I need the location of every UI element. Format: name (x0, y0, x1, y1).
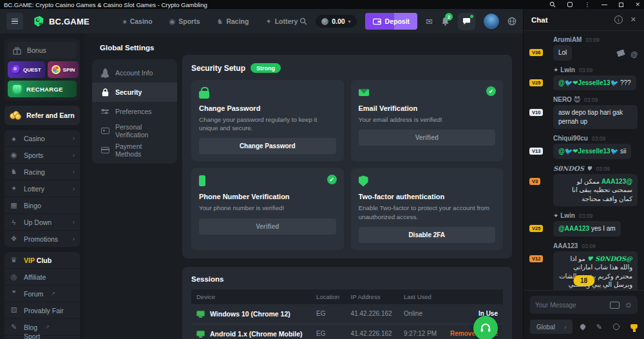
minimize-button[interactable] (601, 5, 607, 5)
settings-item-preferences[interactable]: Preferences (92, 102, 177, 121)
vip-level-badge: V3 (529, 178, 540, 185)
spin-button[interactable]: SPIN (48, 61, 79, 78)
mention[interactable]: @AAA123 (601, 178, 632, 185)
device-icon (196, 331, 205, 336)
menu-dots-icon[interactable]: ⋮ (584, 1, 590, 8)
nav-casino[interactable]: ♠Casino (123, 17, 153, 25)
chat-message: V10 NERO 😈03:09 asw depo tiap hari gak p… (530, 96, 638, 129)
security-setup-panel: Security Setup Strong Change Password Ch… (182, 55, 512, 258)
phone-verified-button[interactable]: Verified (199, 218, 336, 235)
timestamp: 03:09 (596, 166, 609, 172)
username[interactable]: ArumiAM (553, 36, 582, 43)
col-last-used: Last Used (399, 289, 443, 304)
chat-message: V25 ✦ Lwin03:09 @AAA123 yes I am (530, 212, 638, 237)
sidebar-item-sport-betting-insights[interactable]: Sport Betting Insig...↗ (5, 336, 80, 339)
quest-icon (12, 65, 21, 74)
shield-icon (359, 175, 368, 186)
nav-racing[interactable]: ♞Racing (217, 17, 249, 26)
trophy-icon[interactable] (630, 324, 638, 329)
brand-logo[interactable]: BC.GAME (32, 15, 90, 28)
sidebar-item-affiliate[interactable]: ◎Affiliate (5, 269, 80, 285)
pencil-icon[interactable]: ✎ (596, 323, 602, 331)
sidebar-item-provably-fair[interactable]: ⚄Provably Fair (5, 302, 80, 318)
rain-drop-icon[interactable] (579, 323, 586, 330)
restore-button[interactable] (619, 3, 623, 7)
wallet-balance[interactable]: 0.00 ▾ (316, 15, 356, 28)
nav-sports[interactable]: ◉Sports (169, 17, 200, 26)
search-icon[interactable] (549, 1, 556, 8)
sidebar-item-sports[interactable]: ◉Sports› (5, 147, 80, 163)
sidebar-item-bingo[interactable]: ▦Bingo (5, 197, 80, 213)
timestamp: 03:09 (582, 243, 595, 249)
support-button[interactable] (473, 316, 498, 339)
settings-item-payment-methods[interactable]: Payment Methods (92, 140, 177, 160)
timestamp: 03:09 (584, 97, 598, 103)
sidebar-item-forum[interactable]: ❞Forum↗ (5, 286, 80, 302)
username[interactable]: ✦ Lwin (553, 212, 575, 219)
affiliate-icon: ◎ (10, 273, 18, 281)
change-password-button[interactable]: Change Password (199, 138, 336, 154)
sports-icon: ◉ (169, 17, 176, 26)
messages-icon[interactable]: ✉ (426, 17, 433, 26)
user-avatar[interactable] (484, 14, 499, 29)
sidebar-item-bonus[interactable]: Bonus (8, 42, 77, 59)
chat-message: V3 S0NDOS ♥03:09 @AAA123 ممكن لو سمحتى ت… (530, 165, 638, 207)
casino-icon: ♠ (123, 17, 127, 25)
sidebar-item-lottery[interactable]: ✦Lottery› (5, 180, 80, 197)
close-window-button[interactable]: ✕ (635, 1, 640, 8)
settings-item-security[interactable]: Security (92, 82, 177, 102)
vip-level-badge: V10 (529, 109, 543, 116)
ticket-icon[interactable] (616, 49, 625, 57)
lottery-icon: ✦ (10, 184, 18, 193)
nav-lottery[interactable]: ✦Lottery (265, 17, 298, 26)
username[interactable]: Chiqui90cu (553, 135, 588, 142)
quest-button[interactable]: QUEST (8, 61, 45, 78)
sidebar-item-vip-club[interactable]: ♛VIP Club (5, 252, 80, 268)
notifications-bell-icon[interactable]: 2 (441, 17, 450, 26)
language-globe-icon[interactable] (507, 17, 516, 26)
extension-icon[interactable] (567, 2, 573, 7)
main-content: Security Setup Strong Change Password Ch… (182, 34, 512, 339)
mention-icon[interactable]: @ (630, 50, 638, 58)
change-password-card: Change Password Change your password reg… (191, 80, 344, 161)
chat-toggle-button[interactable] (458, 13, 475, 30)
message-bubble: @🐦❤Jesselle13🐦 sii (553, 144, 631, 159)
chevron-right-icon: › (73, 168, 75, 175)
sidebar-item-refer-and-earn[interactable]: Refer and Earn (5, 106, 80, 125)
emoji-icon[interactable]: ☺ (625, 300, 632, 309)
phone-icon (199, 175, 205, 186)
hamburger-menu-button[interactable] (6, 13, 23, 30)
unread-count-badge[interactable]: 18 (573, 275, 594, 286)
chat-channel-selector[interactable]: Global › (530, 320, 573, 334)
sidebar-item-up-down[interactable]: ϟUp Down› (5, 214, 80, 230)
message-input[interactable] (535, 302, 605, 309)
disable-2fa-button[interactable]: Disable 2FA (359, 227, 496, 243)
settings-item-account-info[interactable]: Account Info (92, 63, 177, 82)
gif-icon[interactable] (610, 302, 620, 309)
sidebar-item-promotions[interactable]: ❖Promotions› (5, 231, 80, 247)
settings-item-personal-verification[interactable]: Personal Verification (92, 121, 177, 140)
username[interactable]: ✦ Lwin (553, 66, 575, 73)
email-verified-button[interactable]: Verified (359, 130, 496, 146)
mention[interactable]: @AAA123 (558, 225, 589, 232)
dice-icon: ⚄ (10, 306, 18, 315)
sidebar-item-racing[interactable]: ♞Racing› (5, 164, 80, 180)
coins-icon (10, 111, 21, 120)
window-titlebar: BC.GAME: Crypto Casino Games & Casino Sl… (0, 0, 644, 9)
username[interactable]: AAA123 (553, 242, 578, 249)
chat-messages[interactable]: V36 ArumiAM03:09 Lol V25 ✦ Lwin03:09 @🐦❤… (524, 31, 644, 290)
mention[interactable]: @S0NDOS ♥ (587, 255, 632, 262)
mention[interactable]: @🐦❤Jesselle13🐦 (558, 148, 618, 155)
sidebar-item-casino[interactable]: ♠Casino› (5, 130, 80, 146)
info-icon[interactable]: i (614, 15, 623, 24)
close-chat-icon[interactable]: ✕ (630, 15, 636, 24)
deposit-button[interactable]: Deposit (365, 13, 418, 30)
mention[interactable]: @🐦❤Jesselle13🐦 (558, 79, 618, 86)
recharge-button[interactable]: RECHARGE (8, 81, 77, 97)
search-icon[interactable] (299, 17, 307, 25)
chevron-right-icon: › (564, 324, 566, 331)
coin-badge-icon[interactable] (613, 324, 620, 330)
username[interactable]: NERO 😈 (553, 96, 580, 103)
username[interactable]: S0NDOS ♥ (553, 165, 592, 172)
message-bubble: @🐦❤Jesselle13🐦 ??? (553, 75, 636, 91)
